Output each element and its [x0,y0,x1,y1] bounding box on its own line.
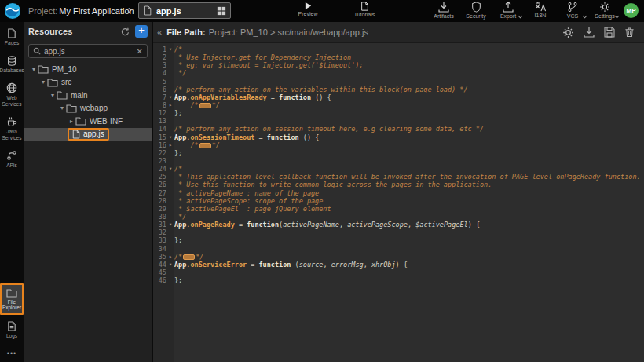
grid-icon[interactable] [217,6,226,16]
fold-open-icon[interactable]: ▾ [166,46,174,53]
fold-closed-icon[interactable]: ▸ [166,101,174,109]
code-line-44[interactable]: 44▾App.onServiceError = function (source… [153,261,644,269]
tree-expanded-icon[interactable]: ▾ [30,66,38,73]
shield-icon [471,2,481,13]
code-line-26[interactable]: 26 * Use this function to write common l… [153,181,644,188]
code-line-1[interactable]: 1▾/* [153,46,644,53]
code-line-3[interactable]: 3 * eg: var $timeout = Injector.get('$ti… [153,61,644,69]
code-line-7[interactable]: 7▾App.onAppVariablesReady = function () … [153,93,644,101]
play-icon [305,2,312,10]
code-line-2[interactable]: 2 * Use Injector.get for Dependency Inje… [153,53,644,61]
tab-app-js[interactable]: app.js [138,2,231,19]
tree-item-webapp[interactable]: ▾webapp [24,102,152,115]
globe-icon [6,82,17,93]
tree-expanded-icon[interactable]: ▾ [39,79,47,86]
code-line-35[interactable]: 35▸/**/ [153,253,644,261]
code-line-27[interactable]: 27 * activePageName : name of the page [153,189,644,197]
fold-open-icon[interactable]: ▾ [166,133,174,141]
topbar-action-label: I18N [535,13,547,18]
code-line-25[interactable]: 25 * This application level callback fun… [153,173,644,181]
sidebar-item-logs[interactable]: Logs [0,317,24,342]
topbar-action-export[interactable]: Export [496,2,521,19]
code-line-6[interactable]: 6/* perform any action on the variables … [153,86,644,93]
line-number: 13 [153,117,166,125]
chevron-down-icon [614,8,620,22]
folder-icon [66,104,77,113]
fold-open-icon[interactable]: ▾ [166,93,174,101]
line-number: 23 [153,157,166,165]
tutorials-button[interactable]: Tutorials [341,2,388,17]
fold-spacer [166,269,174,276]
code-editor[interactable]: 1▾/*2 * Use Injector.get for Dependency … [153,43,644,362]
folded-code-icon[interactable] [183,254,195,260]
preview-button[interactable]: Preview [284,2,331,16]
sidebar-item-apis[interactable]: APIs [0,146,24,172]
code-line-32[interactable]: 32 [153,229,644,236]
tree-collapsed-icon[interactable]: ▸ [68,118,75,125]
code-line-8[interactable]: 8▸ /**/ [153,101,644,109]
code-line-28[interactable]: 28 * activePageScope: scope of the page [153,197,644,205]
sidebar-item-pages[interactable]: Pages [0,24,24,49]
i18n-translate-icon [535,2,547,12]
save-file-icon[interactable] [604,27,615,38]
editor-settings-gear-icon[interactable] [562,27,574,38]
fold-spacer [166,157,174,165]
code-line-31[interactable]: 31▾App.onPageReady = function(activePage… [153,221,644,229]
folded-code-icon[interactable] [199,103,211,108]
search-input[interactable] [44,47,137,56]
collapse-panel-icon[interactable]: « [157,27,162,37]
code-line-14[interactable]: 14/* perform any action on session timeo… [153,125,644,133]
tree-expanded-icon[interactable]: ▾ [49,92,57,99]
code-line-34[interactable]: 34 [153,245,644,253]
download-file-icon[interactable] [584,27,595,38]
code-line-46[interactable]: 46}; [153,276,644,284]
code-line-24[interactable]: 24▾/* [153,165,644,173]
code-line-15[interactable]: 15▾App.onSessionTimeout = function () { [153,133,644,141]
refresh-icon[interactable] [121,27,130,36]
code-line-45[interactable]: 45 [153,269,644,276]
fold-closed-icon[interactable]: ▸ [166,141,174,149]
line-number: 4 [153,69,166,77]
tree-item-app-js[interactable]: app.js [24,128,152,141]
fold-open-icon[interactable]: ▾ [166,261,174,269]
code-line-33[interactable]: 33}; [153,236,644,244]
clear-search-icon[interactable]: ✕ [137,47,143,56]
topbar-action-vcs[interactable]: VCS [560,2,585,19]
sidebar-more-button[interactable]: ••• [0,345,24,362]
fold-closed-icon[interactable]: ▸ [166,253,174,261]
code-line-23[interactable]: 23 [153,157,644,165]
tree-item-web-inf[interactable]: ▸WEB-INF [24,115,152,128]
code-line-29[interactable]: 29 * $activePageEl : page jQuery element [153,205,644,213]
topbar-action-artifacts[interactable]: Artifacts [431,2,456,19]
wavemaker-logo-icon[interactable] [4,2,21,20]
line-number: 1 [153,46,166,53]
code-line-13[interactable]: 13 [153,117,644,125]
tree-item-pm-10[interactable]: ▾PM_10 [24,63,152,76]
sidebar-item-databases[interactable]: Databases [0,52,24,77]
topbar-action-security[interactable]: Security [463,2,488,19]
pages-icon [7,28,16,38]
fold-open-icon[interactable]: ▾ [166,221,174,229]
fold-spacer [166,276,174,284]
tree-expanded-icon[interactable]: ▾ [58,104,66,112]
code-line-22[interactable]: 22}; [153,149,644,157]
fold-open-icon[interactable]: ▾ [166,165,174,173]
topbar-action-settings[interactable]: Settings [592,2,617,19]
code-line-5[interactable]: 5 [153,78,644,86]
add-resource-button[interactable]: + [135,25,148,38]
code-line-16[interactable]: 16▸ /**/ [153,141,644,149]
delete-file-icon[interactable] [624,27,635,38]
sidebar-item-java-services[interactable]: Java Services [0,112,24,144]
topbar-action-i18n[interactable]: I18N [528,2,553,19]
sidebar-item-file-explorer[interactable]: File Explorer [0,283,24,315]
code-line-30[interactable]: 30 */ [153,213,644,221]
tree-item-main[interactable]: ▾main [24,89,152,102]
fold-spacer [166,53,174,61]
code-line-12[interactable]: 12}; [153,109,644,117]
fold-spacer [166,197,174,205]
sidebar-item-web-services[interactable]: Web Services [0,79,24,110]
code-line-4[interactable]: 4 */ [153,69,644,77]
folded-code-icon[interactable] [199,143,211,148]
user-avatar[interactable]: MP [624,3,639,18]
tree-item-src[interactable]: ▾src [24,76,152,90]
